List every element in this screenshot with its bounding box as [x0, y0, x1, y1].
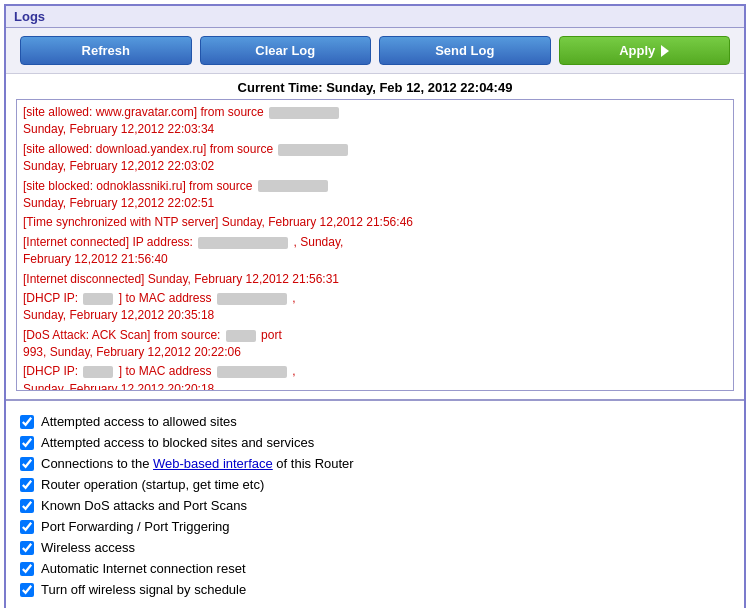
checkbox-item: Turn off wireless signal by schedule	[20, 579, 730, 600]
checkbox-item: Attempted access to blocked sites and se…	[20, 432, 730, 453]
attempted-blocked-checkbox[interactable]	[20, 436, 34, 450]
blurred-ip	[278, 144, 348, 156]
toolbar: Refresh Clear Log Send Log Apply	[6, 28, 744, 74]
blurred-ip	[269, 107, 339, 119]
port-forwarding-checkbox[interactable]	[20, 520, 34, 534]
attempted-allowed-label[interactable]: Attempted access to allowed sites	[41, 414, 237, 429]
log-entry: [DHCP IP: ] to MAC address ,Sunday, Febr…	[23, 290, 727, 325]
filter-options: Attempted access to allowed sites Attemp…	[6, 407, 744, 608]
blurred-ip	[83, 366, 113, 378]
router-operation-label[interactable]: Router operation (startup, get time etc)	[41, 477, 264, 492]
checkbox-item: Attempted access to allowed sites	[20, 411, 730, 432]
dos-attacks-checkbox[interactable]	[20, 499, 34, 513]
log-entry: [DHCP IP: ] to MAC address ,Sunday, Febr…	[23, 363, 727, 390]
checkbox-item: Port Forwarding / Port Triggering	[20, 516, 730, 537]
web-based-link[interactable]: Web-based interface	[153, 456, 273, 471]
blurred-mac	[217, 366, 287, 378]
current-time-display: Current Time: Sunday, Feb 12, 2012 22:04…	[6, 74, 744, 99]
checkbox-item: Known DoS attacks and Port Scans	[20, 495, 730, 516]
log-scroll-area[interactable]: [site allowed: www.gravatar.com] from so…	[17, 100, 733, 390]
blurred-ip	[198, 237, 288, 249]
blurred-ip	[258, 180, 328, 192]
send-log-button[interactable]: Send Log	[379, 36, 551, 65]
panel-title: Logs	[6, 6, 744, 28]
log-entry: [Internet disconnected] Sunday, February…	[23, 271, 727, 288]
refresh-button[interactable]: Refresh	[20, 36, 192, 65]
log-entry: [site allowed: download.yandex.ru] from …	[23, 141, 727, 176]
wireless-access-label[interactable]: Wireless access	[41, 540, 135, 555]
attempted-allowed-checkbox[interactable]	[20, 415, 34, 429]
router-operation-checkbox[interactable]	[20, 478, 34, 492]
checkbox-item: Connections to the Web-based interface o…	[20, 453, 730, 474]
auto-reset-label[interactable]: Automatic Internet connection reset	[41, 561, 246, 576]
log-entry: [site allowed: www.gravatar.com] from so…	[23, 104, 727, 139]
web-interface-checkbox[interactable]	[20, 457, 34, 471]
wireless-access-checkbox[interactable]	[20, 541, 34, 555]
apply-button[interactable]: Apply	[559, 36, 731, 65]
apply-arrow-icon	[661, 45, 669, 57]
log-entry: [DoS Attack: ACK Scan] from source: port…	[23, 327, 727, 362]
attempted-blocked-label[interactable]: Attempted access to blocked sites and se…	[41, 435, 314, 450]
log-area: [site allowed: www.gravatar.com] from so…	[16, 99, 734, 391]
log-entry: [Time synchronized with NTP server] Sund…	[23, 214, 727, 231]
web-interface-label[interactable]: Connections to the Web-based interface o…	[41, 456, 354, 471]
blurred-ip	[226, 330, 256, 342]
wireless-schedule-label[interactable]: Turn off wireless signal by schedule	[41, 582, 246, 597]
blurred-mac	[217, 293, 287, 305]
checkbox-item: Automatic Internet connection reset	[20, 558, 730, 579]
wireless-schedule-checkbox[interactable]	[20, 583, 34, 597]
section-divider	[6, 399, 744, 401]
checkbox-item: Router operation (startup, get time etc)	[20, 474, 730, 495]
dos-attacks-label[interactable]: Known DoS attacks and Port Scans	[41, 498, 247, 513]
log-entry: [site blocked: odnoklassniki.ru] from so…	[23, 178, 727, 213]
clear-log-button[interactable]: Clear Log	[200, 36, 372, 65]
auto-reset-checkbox[interactable]	[20, 562, 34, 576]
log-entry: [Internet connected] IP address: , Sunda…	[23, 234, 727, 269]
logs-panel: Logs Refresh Clear Log Send Log Apply Cu…	[4, 4, 746, 608]
blurred-ip	[83, 293, 113, 305]
port-forwarding-label[interactable]: Port Forwarding / Port Triggering	[41, 519, 230, 534]
checkbox-item: Wireless access	[20, 537, 730, 558]
